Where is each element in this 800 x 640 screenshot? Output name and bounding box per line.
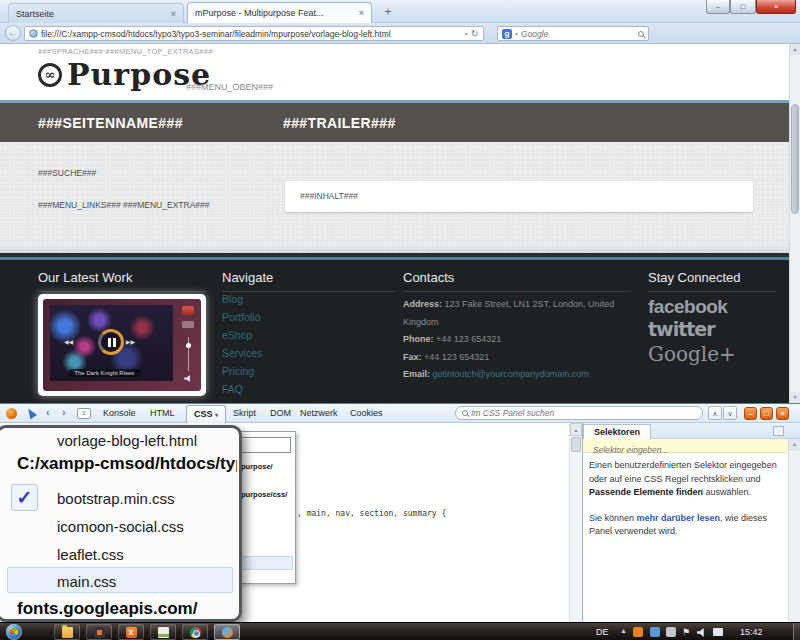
search-prev-icon[interactable]: ∧ (708, 406, 722, 420)
page-scrollbar[interactable]: ▲ ▼ (789, 44, 800, 403)
footer-link-portfolio[interactable]: Portfolio (222, 308, 262, 326)
menu-item-highlight[interactable] (7, 567, 233, 593)
firebug-minimize-button[interactable]: – (744, 407, 757, 420)
network-tray-icon[interactable] (713, 628, 723, 636)
search-bar[interactable]: g ▾ (497, 26, 649, 41)
quality-button[interactable] (182, 321, 194, 328)
next-track-icon[interactable]: ▶▶ (126, 338, 135, 345)
menu-item-vorlage-blog-left[interactable]: vorlage-blog-left.html (57, 432, 197, 449)
css-tab-caret-icon[interactable]: ▾ (215, 412, 218, 418)
video-frame: ◀◀ ▶▶ The Dark Knight Rises (50, 305, 173, 381)
new-tab-button[interactable]: + (377, 5, 399, 20)
command-line-icon[interactable]: ≡ (77, 408, 91, 419)
speaker-icon[interactable] (184, 375, 192, 382)
menu-item-bootstrap-css[interactable]: bootstrap.min.css (57, 490, 175, 507)
firebug-search-bar[interactable] (455, 406, 703, 420)
facebook-logo[interactable]: facebook (648, 296, 727, 318)
scroll-up-icon[interactable]: ▲ (789, 439, 800, 451)
css-panel-scrollbar[interactable]: ▲ (569, 423, 582, 623)
browser-tab-mpurpose[interactable]: mPurpose - Multipurpose Feat... × (187, 2, 372, 23)
firebug-search-input[interactable] (471, 408, 696, 418)
footer-link-eshop[interactable]: eShop (222, 326, 262, 344)
taskbar-xampp-icon[interactable]: X (118, 624, 144, 640)
read-more-link[interactable]: mehr darüber lesen (637, 513, 721, 523)
taskbar-explorer-icon[interactable] (54, 624, 80, 640)
dropdown-row[interactable] (239, 437, 291, 453)
menu-item-main-css[interactable]: main.css (57, 573, 116, 590)
search-input[interactable] (521, 29, 635, 39)
record-button[interactable] (182, 306, 194, 315)
reload-icon[interactable]: ↻ (471, 28, 479, 39)
taskbar-media-player-icon[interactable] (86, 624, 112, 640)
url-bar[interactable]: ▾ ↻ (24, 26, 484, 41)
twitter-logo[interactable]: twitter (648, 318, 715, 340)
tray-expand-icon[interactable]: ▲ (620, 627, 627, 634)
firebug-close-button[interactable]: × (776, 407, 789, 420)
firebug-tab-skript[interactable]: Skript (233, 408, 256, 418)
start-button[interactable] (6, 624, 22, 640)
tab-close-icon[interactable]: × (359, 8, 364, 18)
video-player[interactable]: ◀◀ ▶▶ The Dark Knight Rises (38, 294, 206, 396)
footer-link-blog[interactable]: Blog (222, 290, 262, 308)
firebug-tab-html[interactable]: HTML (150, 408, 175, 418)
firebug-tab-konsole[interactable]: Konsole (103, 408, 136, 418)
scroll-down-icon[interactable]: ▼ (790, 392, 800, 403)
tray-app-icon[interactable] (650, 627, 660, 637)
pause-button[interactable] (98, 329, 124, 355)
language-indicator[interactable]: DE (596, 627, 609, 637)
tab-close-icon[interactable]: × (171, 9, 176, 19)
footer-link-services[interactable]: Services (222, 344, 262, 362)
scrollbar-thumb[interactable] (571, 437, 581, 452)
search-next-icon[interactable]: ∨ (723, 406, 737, 420)
scroll-up-icon[interactable]: ▲ (570, 423, 582, 436)
firebug-icon[interactable] (6, 408, 17, 419)
email-link[interactable]: getintoutch@yourcompanydomain.com (433, 369, 589, 379)
previous-track-icon[interactable]: ◀◀ (64, 338, 73, 345)
browser-tab-startseite[interactable]: Startseite × (8, 3, 184, 23)
back-button[interactable]: ← (5, 25, 21, 41)
taskbar-firefox-icon-active[interactable] (214, 624, 240, 640)
firebug-tab-netzwerk[interactable]: Netzwerk (300, 408, 338, 418)
googleplus-logo[interactable]: Google+ (648, 342, 736, 366)
clock[interactable]: 15:42 (740, 627, 763, 637)
latest-work-title: Our Latest Work (38, 270, 206, 292)
menu-item-icomoon-css[interactable]: icomoon-social.css (57, 518, 184, 535)
taskbar-editor-icon[interactable] (150, 624, 176, 640)
volume-tray-icon[interactable] (697, 628, 706, 637)
firebug-forward-icon[interactable]: › (62, 406, 66, 418)
firebug-tab-cookies[interactable]: Cookies (350, 408, 383, 418)
firebug-detach-button[interactable]: □ (760, 407, 773, 420)
volume-slider-handle[interactable] (186, 343, 191, 348)
tab-selektoren[interactable]: Selektoren (583, 424, 651, 439)
web-page: ###SPRACHE### ###MENU_TOP_EXTRAS### ∞ Pu… (0, 44, 790, 403)
footer-link-faq[interactable]: FAQ (222, 380, 262, 398)
firebug-tab-css-active[interactable]: CSS ▾ (186, 405, 226, 423)
url-dropdown-icon[interactable]: ▾ (465, 30, 468, 37)
menu-item-leaflet-css[interactable]: leaflet.css (57, 546, 124, 563)
tab-title: mPurpose - Multipurpose Feat... (195, 8, 353, 18)
search-engine-dropdown-icon[interactable]: ▾ (515, 30, 518, 37)
taskbar-chrome-icon[interactable] (182, 624, 208, 640)
inspect-element-icon[interactable] (25, 407, 37, 420)
window-close-button[interactable]: × (756, 0, 796, 14)
panel-options-button[interactable] (773, 426, 784, 436)
window-minimize-button[interactable]: – (706, 0, 730, 14)
side-panel-scrollbar[interactable]: ▲ (788, 439, 800, 623)
selector-input-row[interactable] (583, 439, 787, 453)
show-desktop-button[interactable] (793, 623, 800, 640)
action-center-flag-icon[interactable]: ⚑ (682, 627, 690, 637)
site-identity-icon[interactable] (29, 29, 38, 38)
search-icon[interactable] (638, 31, 644, 37)
footer-link-pricing[interactable]: Pricing (222, 362, 262, 380)
scroll-up-icon[interactable]: ▲ (790, 44, 800, 55)
scrollbar-thumb[interactable] (791, 104, 799, 214)
tray-xampp-icon[interactable] (633, 627, 643, 637)
firebug-tab-dom[interactable]: DOM (270, 408, 291, 418)
search-engine-icon[interactable]: g (502, 29, 512, 39)
tray-device-icon[interactable] (666, 627, 676, 637)
selector-input[interactable] (583, 444, 787, 457)
dropdown-highlighted-row[interactable] (239, 556, 293, 570)
firebug-back-icon[interactable]: ‹ (46, 406, 50, 418)
window-maximize-button[interactable]: □ (730, 0, 756, 14)
url-input[interactable] (41, 29, 462, 39)
